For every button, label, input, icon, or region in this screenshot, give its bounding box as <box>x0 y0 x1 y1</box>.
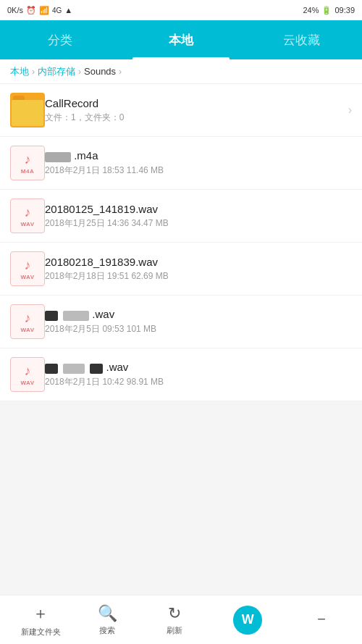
delete-button[interactable]: － <box>288 608 355 632</box>
search-button[interactable]: 🔍 搜索 <box>74 604 140 636</box>
status-bar: 0K/s ⏰ 📶 4G ▲ 24% 🔋 09:39 <box>0 0 362 20</box>
tab-local[interactable]: 本地 <box>121 20 242 59</box>
file-meta: 2018年2月5日 09:53 101 MB <box>45 323 352 335</box>
folder-icon <box>10 93 45 127</box>
redacted-block <box>63 364 85 374</box>
file-info: CallRecord 文件：1，文件夹：0 <box>45 97 342 124</box>
file-list: CallRecord 文件：1，文件夹：0 › ♪ M4A .m4a 2018年… <box>0 84 362 595</box>
status-left: 0K/s ⏰ 📶 4G ▲ <box>7 6 72 15</box>
tab-cloud[interactable]: 云收藏 <box>241 20 362 59</box>
list-item[interactable]: ♪ WAV 20180218_191839.wav 2018年2月18日 19:… <box>0 243 362 296</box>
redacted-block <box>45 364 58 374</box>
battery-icon: 🔋 <box>321 6 332 15</box>
file-name: 20180218_191839.wav <box>45 256 352 268</box>
redacted-block <box>63 311 89 321</box>
brand-logo: W <box>233 606 262 635</box>
breadcrumb-sep-1: › <box>32 67 35 77</box>
audio-file-icon: ♪ WAV <box>10 251 45 286</box>
music-note-icon: ♪ <box>25 258 31 273</box>
breadcrumb-sep-2: › <box>78 67 81 77</box>
signal-icon: 4G <box>52 7 62 14</box>
file-meta: 2018年2月1日 10:42 98.91 MB <box>45 376 352 388</box>
list-item[interactable]: ♪ WAV 20180125_141819.wav 2018年1月25日 14:… <box>0 190 362 243</box>
refresh-icon: ↻ <box>168 604 181 623</box>
redacted-block <box>90 364 103 374</box>
new-folder-button[interactable]: ＋ 新建文件夹 <box>7 603 74 637</box>
breadcrumb-item-sounds[interactable]: Sounds <box>84 66 116 77</box>
breadcrumb-item-storage[interactable]: 内部存储 <box>38 65 75 78</box>
file-name: CallRecord <box>45 97 342 109</box>
network-speed: 0K/s <box>7 6 23 14</box>
audio-file-icon: ♪ WAV <box>10 304 45 339</box>
signal-bars-icon: ▲ <box>64 6 72 14</box>
file-ext-label: WAV <box>20 221 34 227</box>
list-item[interactable]: ♪ M4A .m4a 2018年2月1日 18:53 11.46 MB <box>0 137 362 190</box>
time-display: 09:39 <box>334 6 355 14</box>
music-note-icon: ♪ <box>25 364 31 379</box>
status-right: 24% 🔋 09:39 <box>303 6 355 15</box>
music-note-icon: ♪ <box>25 152 31 167</box>
file-name: .m4a <box>45 149 352 162</box>
bottom-nav: ＋ 新建文件夹 🔍 搜索 ↻ 刷新 W － <box>0 595 362 644</box>
file-name: .wav <box>45 308 352 320</box>
file-info: .m4a 2018年2月1日 18:53 11.46 MB <box>45 149 352 176</box>
brand-letter: W <box>242 612 254 627</box>
battery-percent: 24% <box>303 6 319 14</box>
new-folder-label: 新建文件夹 <box>21 627 61 637</box>
breadcrumb-sep-3: › <box>119 67 122 77</box>
file-name: .wav <box>45 361 352 373</box>
minus-icon: － <box>313 608 329 630</box>
refresh-button[interactable]: ↻ 刷新 <box>141 604 208 636</box>
file-name: 20180125_141819.wav <box>45 203 352 215</box>
file-meta: 2018年2月18日 19:51 62.69 MB <box>45 270 352 283</box>
file-meta: 2018年1月25日 14:36 34.47 MB <box>45 217 352 230</box>
audio-file-icon: ♪ WAV <box>10 198 45 233</box>
music-note-icon: ♪ <box>25 311 31 326</box>
search-icon: 🔍 <box>98 604 117 623</box>
redacted-block <box>45 152 71 162</box>
audio-file-icon: ♪ M4A <box>10 146 45 180</box>
list-item[interactable]: CallRecord 文件：1，文件夹：0 › <box>0 84 362 137</box>
file-ext-label: WAV <box>20 327 34 333</box>
brand-button[interactable]: W <box>208 606 288 635</box>
redacted-block <box>45 311 58 321</box>
file-info: .wav 2018年2月5日 09:53 101 MB <box>45 308 352 335</box>
plus-icon: ＋ <box>33 603 49 624</box>
list-item[interactable]: ♪ WAV .wav 2018年2月5日 09:53 101 MB <box>0 296 362 348</box>
breadcrumb-item-local[interactable]: 本地 <box>10 65 29 78</box>
audio-file-icon: ♪ WAV <box>10 357 45 392</box>
tab-category[interactable]: 分类 <box>0 20 121 59</box>
tab-bar: 分类 本地 云收藏 <box>0 20 362 59</box>
file-ext-label: WAV <box>20 380 34 386</box>
wifi-icon: 📶 <box>39 6 49 15</box>
file-info: 20180125_141819.wav 2018年1月25日 14:36 34.… <box>45 203 352 230</box>
search-label: 搜索 <box>99 625 115 636</box>
chevron-right-icon: › <box>348 104 352 117</box>
file-info: .wav 2018年2月1日 10:42 98.91 MB <box>45 361 352 388</box>
file-info: 20180218_191839.wav 2018年2月18日 19:51 62.… <box>45 256 352 283</box>
file-ext-label: WAV <box>20 274 34 280</box>
file-meta: 文件：1，文件夹：0 <box>45 112 342 124</box>
breadcrumb: 本地 › 内部存储 › Sounds › <box>0 59 362 84</box>
list-item[interactable]: ♪ WAV .wav 2018年2月1日 10:42 98.91 MB <box>0 348 362 401</box>
file-ext-label: M4A <box>21 168 34 175</box>
refresh-label: 刷新 <box>167 625 182 636</box>
main-content: 本地 › 内部存储 › Sounds › CallRecord 文件：1，文件夹… <box>0 59 362 595</box>
file-meta: 2018年2月1日 18:53 11.46 MB <box>45 164 352 177</box>
music-note-icon: ♪ <box>25 205 31 220</box>
clock-icon: ⏰ <box>26 6 36 15</box>
